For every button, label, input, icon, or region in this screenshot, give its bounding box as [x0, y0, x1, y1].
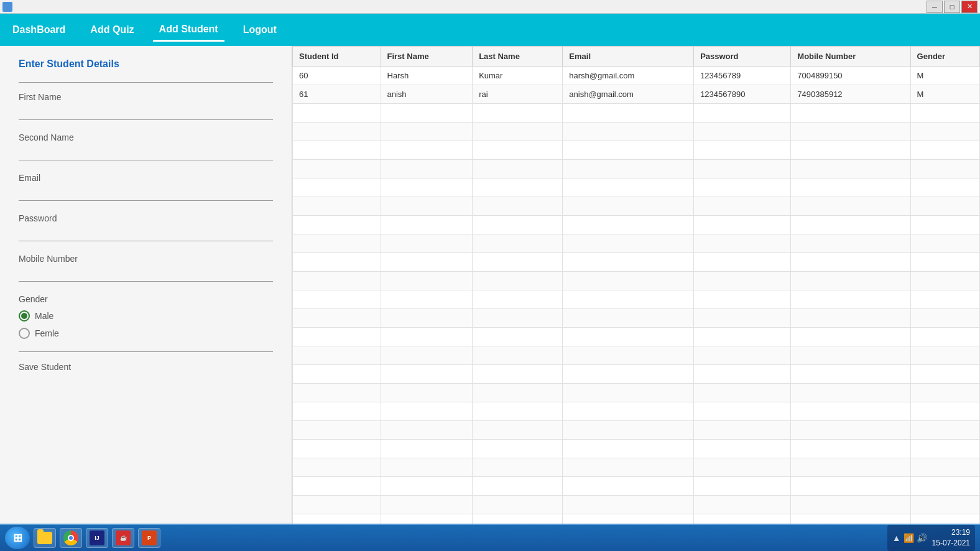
gender-female-option[interactable]: Femle — [19, 328, 273, 339]
password-label: Password — [19, 213, 273, 223]
male-radio-label: Male — [35, 311, 53, 321]
windows-logo: ⊞ — [13, 531, 22, 545]
form-title: Enter Student Details — [19, 58, 273, 70]
second-name-field: Second Name — [19, 132, 273, 160]
tray-speaker-icon: 🔊 — [917, 533, 927, 543]
form-panel: Enter Student Details First Name Second … — [0, 46, 292, 524]
taskbar: ⊞ IJ ☕ P ▲ 📶 🔊 23:19 15-07-2021 — [0, 524, 980, 551]
col-last-name: Last Name — [473, 47, 563, 67]
table-row-empty — [293, 514, 980, 524]
title-bar-controls: ─ □ ✕ — [927, 1, 978, 13]
col-mobile: Mobile Number — [791, 47, 910, 67]
java-icon: ☕ — [116, 530, 131, 545]
gender-male-option[interactable]: Male — [19, 310, 273, 322]
email-label: Email — [19, 173, 273, 183]
table-row-empty — [293, 272, 980, 290]
table-row-empty — [293, 141, 980, 160]
male-radio-circle[interactable] — [19, 310, 30, 322]
chrome-icon — [63, 530, 78, 545]
nav-add-quiz[interactable]: Add Quiz — [84, 19, 140, 40]
close-button[interactable]: ✕ — [961, 1, 978, 13]
gender-section: Gender Male Femle — [19, 294, 273, 339]
password-field: Password — [19, 213, 273, 241]
mobile-input[interactable] — [19, 266, 273, 282]
table-row-empty — [293, 477, 980, 496]
nav-add-student[interactable]: Add Student — [153, 19, 224, 42]
menu-bar: DashBoard Add Quiz Add Student Logout — [0, 14, 980, 46]
female-radio-label: Femle — [35, 328, 59, 338]
table-row: 61anishraianish@gmail.com123456789074903… — [293, 85, 980, 104]
title-bar-left — [2, 2, 12, 12]
tray-network-icon: 📶 — [904, 533, 914, 543]
first-name-input[interactable] — [19, 104, 273, 120]
taskbar-right: ▲ 📶 🔊 23:19 15-07-2021 — [887, 525, 975, 551]
col-email: Email — [563, 47, 694, 67]
table-row-empty — [293, 365, 980, 384]
table-row-empty — [293, 216, 980, 234]
col-password: Password — [694, 47, 791, 67]
taskbar-clock: 23:19 15-07-2021 — [932, 527, 970, 549]
table-row-empty — [293, 421, 980, 440]
table-row-empty — [293, 402, 980, 421]
save-student-button[interactable]: Save Student — [19, 362, 71, 372]
table-row-empty — [293, 104, 980, 123]
col-student-id: Student Id — [293, 47, 381, 67]
intellij-icon: IJ — [90, 530, 104, 545]
gender-radio-group: Male Femle — [19, 310, 273, 339]
taskbar-chrome[interactable] — [60, 528, 82, 548]
female-radio-circle[interactable] — [19, 328, 30, 339]
nav-dashboard[interactable]: DashBoard — [6, 19, 72, 40]
password-input[interactable] — [19, 226, 273, 241]
save-divider — [19, 351, 273, 352]
mobile-label: Mobile Number — [19, 254, 273, 264]
table-row-empty — [293, 384, 980, 402]
nav-logout[interactable]: Logout — [237, 19, 283, 40]
table-row-empty — [293, 440, 980, 458]
taskbar-left: ⊞ IJ ☕ P — [5, 527, 160, 549]
maximize-button[interactable]: □ — [944, 1, 960, 13]
table-row-empty — [293, 253, 980, 272]
table-row-empty — [293, 123, 980, 141]
powerpoint-icon: P — [142, 530, 157, 545]
tray-arrow-icon: ▲ — [892, 533, 901, 543]
col-first-name: First Name — [381, 47, 473, 67]
clock-time: 23:19 — [932, 527, 970, 538]
second-name-input[interactable] — [19, 145, 273, 160]
table-panel: Student Id First Name Last Name Email Pa… — [292, 46, 980, 524]
clock-date: 15-07-2021 — [932, 538, 970, 549]
table-header-row: Student Id First Name Last Name Email Pa… — [293, 47, 980, 67]
taskbar-intellij[interactable]: IJ — [86, 528, 108, 548]
table-row-empty — [293, 346, 980, 365]
table-row-empty — [293, 178, 980, 197]
table-row-empty — [293, 496, 980, 514]
table-row-empty — [293, 160, 980, 178]
main-content: Enter Student Details First Name Second … — [0, 46, 980, 524]
table-row-empty — [293, 309, 980, 328]
taskbar-explorer[interactable] — [34, 528, 56, 548]
table-row-empty — [293, 197, 980, 216]
email-field: Email — [19, 173, 273, 201]
taskbar-ppt[interactable]: P — [138, 528, 160, 548]
table-row-empty — [293, 328, 980, 346]
gender-label: Gender — [19, 294, 273, 304]
folder-icon — [37, 532, 52, 544]
table-row-empty — [293, 458, 980, 477]
mobile-field: Mobile Number — [19, 254, 273, 282]
tray-icons: ▲ 📶 🔊 — [892, 533, 927, 543]
app-icon — [2, 2, 12, 12]
second-name-label: Second Name — [19, 132, 273, 142]
first-name-label: First Name — [19, 92, 273, 102]
col-gender: Gender — [910, 47, 979, 67]
form-divider — [19, 82, 273, 83]
minimize-button[interactable]: ─ — [927, 1, 943, 13]
title-bar: ─ □ ✕ — [0, 0, 980, 14]
first-name-field: First Name — [19, 92, 273, 120]
email-input[interactable] — [19, 185, 273, 201]
table-row-empty — [293, 290, 980, 309]
start-button[interactable]: ⊞ — [5, 527, 30, 549]
table-row-empty — [293, 234, 980, 253]
table-row: 60HarshKumarharsh@gmail.com1234567897004… — [293, 67, 980, 85]
students-table: Student Id First Name Last Name Email Pa… — [292, 46, 980, 524]
taskbar-java[interactable]: ☕ — [112, 528, 134, 548]
